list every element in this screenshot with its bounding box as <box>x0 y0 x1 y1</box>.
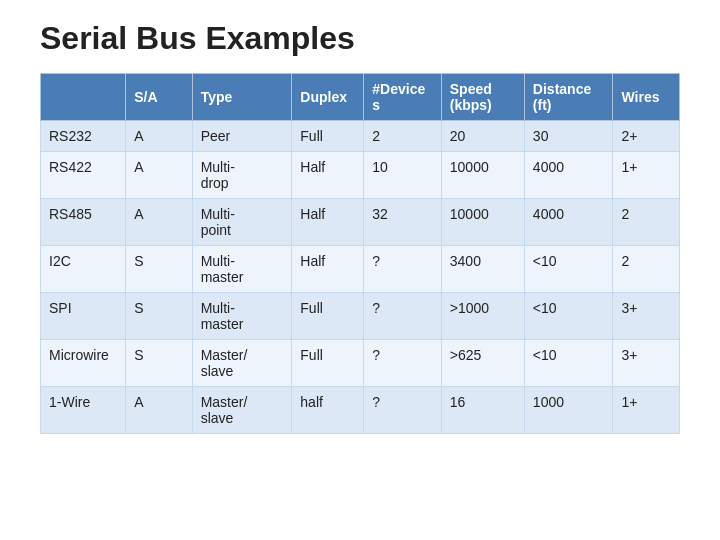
cell-type: Multi-master <box>192 293 292 340</box>
cell-name: Microwire <box>41 340 126 387</box>
cell-devices: ? <box>364 293 441 340</box>
cell-distance: 1000 <box>524 387 613 434</box>
cell-name: RS485 <box>41 199 126 246</box>
header-sa: S/A <box>126 74 192 121</box>
cell-wires: 2 <box>613 246 680 293</box>
cell-sa: A <box>126 121 192 152</box>
header-devices: #Devices <box>364 74 441 121</box>
header-name <box>41 74 126 121</box>
cell-sa: A <box>126 387 192 434</box>
cell-distance: <10 <box>524 293 613 340</box>
cell-name: RS422 <box>41 152 126 199</box>
cell-devices: 32 <box>364 199 441 246</box>
cell-wires: 2+ <box>613 121 680 152</box>
cell-sa: A <box>126 152 192 199</box>
cell-speed: 20 <box>441 121 524 152</box>
table-row: MicrowireSMaster/slaveFull?>625<103+ <box>41 340 680 387</box>
header-wires: Wires <box>613 74 680 121</box>
cell-wires: 3+ <box>613 293 680 340</box>
cell-type: Multi-master <box>192 246 292 293</box>
cell-distance: 30 <box>524 121 613 152</box>
cell-devices: 10 <box>364 152 441 199</box>
cell-type: Multi-point <box>192 199 292 246</box>
cell-distance: 4000 <box>524 152 613 199</box>
header-duplex: Duplex <box>292 74 364 121</box>
table-row: RS485AMulti-pointHalf321000040002 <box>41 199 680 246</box>
cell-type: Peer <box>192 121 292 152</box>
cell-type: Master/slave <box>192 340 292 387</box>
cell-distance: 4000 <box>524 199 613 246</box>
cell-sa: A <box>126 199 192 246</box>
table-row: RS422AMulti-dropHalf101000040001+ <box>41 152 680 199</box>
cell-speed: 10000 <box>441 199 524 246</box>
cell-duplex: Full <box>292 121 364 152</box>
header-type: Type <box>192 74 292 121</box>
cell-wires: 1+ <box>613 152 680 199</box>
table-row: I2CSMulti-masterHalf?3400<102 <box>41 246 680 293</box>
cell-distance: <10 <box>524 246 613 293</box>
cell-duplex: Half <box>292 199 364 246</box>
cell-type: Multi-drop <box>192 152 292 199</box>
cell-name: RS232 <box>41 121 126 152</box>
cell-devices: ? <box>364 387 441 434</box>
table-row: SPISMulti-masterFull?>1000<103+ <box>41 293 680 340</box>
cell-name: SPI <box>41 293 126 340</box>
cell-sa: S <box>126 293 192 340</box>
page-container: Serial Bus Examples S/A Type Duplex #Dev… <box>0 0 720 454</box>
serial-bus-table: S/A Type Duplex #Devices Speed(kbps) Dis… <box>40 73 680 434</box>
cell-devices: 2 <box>364 121 441 152</box>
table-header-row: S/A Type Duplex #Devices Speed(kbps) Dis… <box>41 74 680 121</box>
cell-duplex: Full <box>292 340 364 387</box>
cell-type: Master/slave <box>192 387 292 434</box>
header-distance: Distance(ft) <box>524 74 613 121</box>
cell-name: 1-Wire <box>41 387 126 434</box>
cell-speed: >625 <box>441 340 524 387</box>
cell-wires: 1+ <box>613 387 680 434</box>
table-row: 1-WireAMaster/slavehalf?1610001+ <box>41 387 680 434</box>
cell-duplex: Half <box>292 152 364 199</box>
table-row: RS232APeerFull220302+ <box>41 121 680 152</box>
cell-speed: >1000 <box>441 293 524 340</box>
cell-name: I2C <box>41 246 126 293</box>
cell-sa: S <box>126 246 192 293</box>
cell-sa: S <box>126 340 192 387</box>
cell-speed: 16 <box>441 387 524 434</box>
cell-devices: ? <box>364 246 441 293</box>
cell-wires: 3+ <box>613 340 680 387</box>
cell-distance: <10 <box>524 340 613 387</box>
header-speed: Speed(kbps) <box>441 74 524 121</box>
cell-speed: 3400 <box>441 246 524 293</box>
cell-wires: 2 <box>613 199 680 246</box>
cell-devices: ? <box>364 340 441 387</box>
cell-duplex: Half <box>292 246 364 293</box>
cell-speed: 10000 <box>441 152 524 199</box>
cell-duplex: Full <box>292 293 364 340</box>
page-title: Serial Bus Examples <box>40 20 680 57</box>
cell-duplex: half <box>292 387 364 434</box>
